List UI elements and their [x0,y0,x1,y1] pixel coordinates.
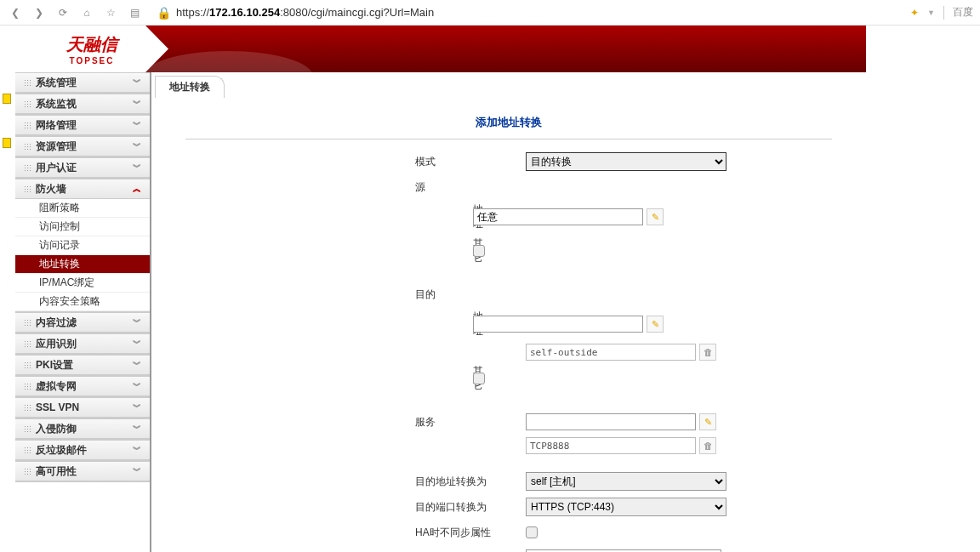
sidebar-group-header[interactable]: 系统管理︾ [15,72,150,93]
forward-button[interactable]: ❯ [31,4,48,21]
sidebar-group-header[interactable]: 用户认证︾ [15,157,150,178]
refresh-button[interactable]: ⟳ [54,4,71,21]
sidebar-group-header[interactable]: 入侵防御︾ [15,418,150,439]
mode-select[interactable]: 目的转换 [526,152,726,171]
url-text: https://172.16.10.254:8080/cgi/maincgi.c… [176,6,434,19]
label-dest-addr: 地址 [415,310,473,339]
dropdown-icon[interactable]: ▼ [927,9,935,17]
browser-toolbar: ❮ ❯ ⟳ ⌂ ☆ ▤ 🔒 https://172.16.10.254:8080… [0,0,980,26]
sidebar-item[interactable]: 阻断策略 [15,199,150,218]
dest-addr-to-select[interactable]: self [主机] [526,472,726,491]
label-dest: 目的 [415,287,526,302]
sidebar-group-header[interactable]: 资源管理︾ [15,136,150,156]
label-dest-other: 其它 [415,364,473,393]
sidebar-group-header[interactable]: 应用识别︾ [15,333,150,354]
address-bar[interactable]: 🔒 https://172.16.10.254:8080/cgi/maincgi… [150,4,903,21]
sidebar-item[interactable]: 内容安全策略 [15,293,150,311]
content-area: 地址转换 添加地址转换 模式 目的转换 源 地址 [151,72,866,552]
sidebar-item[interactable]: 访问记录 [15,236,150,255]
left-marker [0,26,14,148]
search-provider[interactable]: 百度 [953,5,973,20]
breadcrumb: 地址转换 [155,76,866,98]
label-src-other: 其它 [415,236,473,265]
label-dest-addr-to: 目的地址转换为 [415,475,526,489]
sidebar-group-header[interactable]: 系统监视︾ [15,94,150,114]
source-address-input[interactable] [473,208,643,225]
source-other-toggle[interactable] [473,245,485,257]
label-dest-port-to: 目的端口转换为 [415,500,526,515]
sidebar-group-header[interactable]: 内容过滤︾ [15,312,150,333]
sidebar-item[interactable]: 地址转换 [15,255,150,274]
favorite-button[interactable]: ☆ [102,4,119,21]
label-source: 源 [415,180,526,195]
sidebar-group-header[interactable]: 虚拟专网︾ [15,376,150,396]
dest-address-value: self-outside [526,344,696,361]
sidebar: 系统管理︾系统监视︾网络管理︾资源管理︾用户认证︾防火墙︽阻断策略访问控制访问记… [15,72,151,552]
sidebar-item[interactable]: IP/MAC绑定 [15,274,150,293]
label-src-addr: 地址 [415,202,473,231]
header-banner: 天融信 TOPSEC [15,26,866,72]
sidebar-group-header[interactable]: 高可用性︾ [15,461,150,481]
home-button[interactable]: ⌂ [78,4,95,21]
tab-label: 地址转换 [155,76,225,98]
extension-icon[interactable]: ✦ [910,7,919,19]
divider [943,6,944,20]
label-ha-sync: HA时不同步属性 [415,526,526,540]
sidebar-group-header[interactable]: PKI设置︾ [15,355,150,375]
back-button[interactable]: ❮ [7,4,24,21]
service-value: TCP8888 [526,437,696,454]
logo-en: TOPSEC [70,56,115,65]
delete-icon[interactable]: 🗑 [699,344,716,361]
logo: 天融信 TOPSEC [15,26,168,72]
sidebar-group-header[interactable]: 网络管理︾ [15,115,150,135]
edit-icon[interactable]: ✎ [647,316,664,333]
lock-icon: 🔒 [157,6,171,20]
delete-icon[interactable]: 🗑 [699,437,716,454]
label-service: 服务 [415,415,526,430]
service-input[interactable] [526,413,696,430]
logo-cn: 天融信 [66,33,117,56]
dest-port-to-select[interactable]: HTTPS (TCP:443) [526,498,726,516]
ha-sync-toggle[interactable] [526,526,538,538]
sidebar-group-header[interactable]: 反垃圾邮件︾ [15,440,150,460]
dest-address-input[interactable] [473,316,643,333]
sidebar-group-header[interactable]: 防火墙︽ [15,179,150,199]
edit-icon[interactable]: ✎ [699,413,716,430]
sidebar-item[interactable]: 访问控制 [15,218,150,236]
edit-icon[interactable]: ✎ [647,208,664,225]
page-title: 添加地址转换 [185,106,832,139]
label-mode: 模式 [415,155,526,169]
page-button[interactable]: ▤ [126,4,143,21]
dest-other-toggle[interactable] [473,373,485,384]
sidebar-group-header[interactable]: SSL VPN︾ [15,397,150,418]
